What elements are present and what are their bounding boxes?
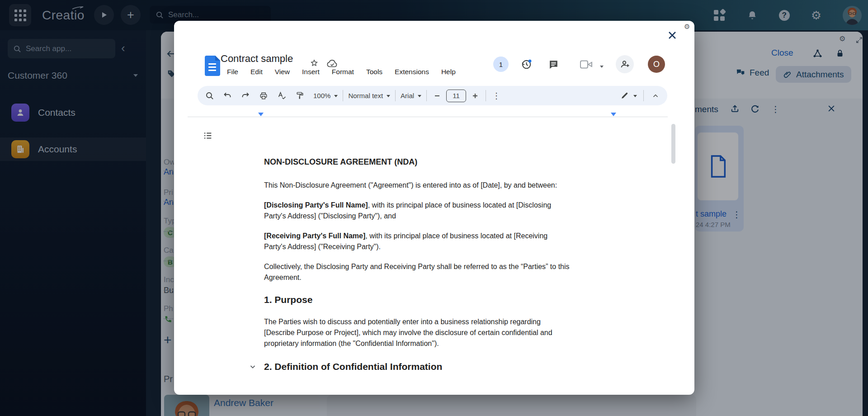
document-title[interactable]: Contract sample — [221, 53, 293, 65]
toolbar-search-icon[interactable] — [204, 90, 215, 101]
doc-heading-purpose: 1. Purpose — [264, 294, 616, 306]
docs-toolbar: 100% Normal text Arial 11 ⋮ — [198, 86, 667, 105]
comments-icon[interactable] — [548, 59, 559, 70]
version-history-icon[interactable] — [520, 58, 532, 70]
doc-paragraph: Collectively, the Disclosing Party and R… — [264, 261, 616, 283]
meet-camera-icon[interactable] — [580, 60, 592, 69]
increase-font-size-button[interactable] — [470, 90, 481, 101]
font-caret-icon — [418, 95, 421, 99]
comment-count-badge[interactable]: 1 — [493, 57, 509, 72]
menu-format[interactable]: Format — [332, 68, 354, 76]
font-size-input[interactable]: 11 — [446, 90, 466, 102]
document-outline-icon[interactable] — [203, 131, 213, 141]
redo-icon[interactable] — [240, 90, 251, 101]
screen: Creatio + Search... ? ⚙ — [0, 0, 868, 416]
person-add-icon — [619, 59, 630, 70]
cloud-saved-icon[interactable] — [326, 59, 338, 68]
heading-collapse-chevron-icon[interactable] — [249, 363, 256, 370]
menu-tools[interactable]: Tools — [366, 68, 382, 76]
menu-view[interactable]: View — [275, 68, 290, 76]
doc-heading-nda: NON-DISCLOSURE AGREEMENT (NDA) — [264, 156, 616, 167]
editing-mode-caret-icon — [633, 95, 637, 99]
meet-caret-icon[interactable] — [600, 66, 604, 70]
paragraph-style-select[interactable]: Normal text — [348, 92, 383, 99]
font-select[interactable]: Arial — [401, 92, 414, 99]
google-docs-icon[interactable] — [205, 56, 220, 76]
print-icon[interactable] — [258, 90, 269, 101]
menu-help[interactable]: Help — [441, 68, 456, 76]
share-add-person-button[interactable] — [616, 55, 634, 73]
doc-paragraph: The Parties wish to discuss and potentia… — [264, 317, 616, 349]
star-icon[interactable] — [310, 59, 319, 68]
document-modal: ⚙ Contract sample File Edit View Insert … — [174, 21, 694, 395]
style-caret-icon — [387, 95, 390, 99]
indent-marker-left[interactable] — [258, 113, 264, 119]
doc-paragraph: [Receiving Party's Full Name], with its … — [264, 231, 616, 252]
menu-edit[interactable]: Edit — [250, 68, 263, 76]
doc-paragraph: This Non-Disclosure Agreement ("Agreemen… — [264, 180, 616, 191]
indent-marker-right[interactable] — [611, 113, 616, 119]
menu-extensions[interactable]: Extensions — [395, 68, 429, 76]
zoom-select[interactable]: 100% — [313, 92, 330, 99]
doc-paragraph: [Disclosing Party's Full Name], with its… — [264, 200, 616, 222]
modal-settings-gear-icon[interactable]: ⚙ — [684, 23, 690, 31]
doc-heading-definition: 2. Definition of Confidential Informatio… — [264, 361, 442, 372]
decrease-font-size-button[interactable] — [432, 90, 443, 101]
document-scrollbar[interactable] — [671, 124, 675, 164]
toolbar-more-kebab-icon[interactable]: ⋮ — [491, 90, 502, 101]
paint-format-icon[interactable] — [294, 90, 305, 101]
menu-insert[interactable]: Insert — [302, 68, 320, 76]
docs-user-avatar[interactable]: O — [648, 56, 665, 73]
editing-mode-pen-icon[interactable] — [619, 90, 630, 101]
modal-close-button[interactable] — [668, 31, 677, 40]
collapse-toolbar-chevron-icon[interactable] — [650, 90, 661, 101]
document-body[interactable]: NON-DISCLOSURE AGREEMENT (NDA) This Non-… — [264, 156, 616, 373]
close-icon — [668, 31, 677, 40]
zoom-caret-icon — [334, 95, 338, 99]
spell-check-icon[interactable] — [276, 90, 287, 101]
docs-menubar: File Edit View Insert Format Tools Exten… — [227, 68, 456, 76]
undo-icon[interactable] — [222, 90, 233, 101]
menu-file[interactable]: File — [227, 68, 238, 76]
